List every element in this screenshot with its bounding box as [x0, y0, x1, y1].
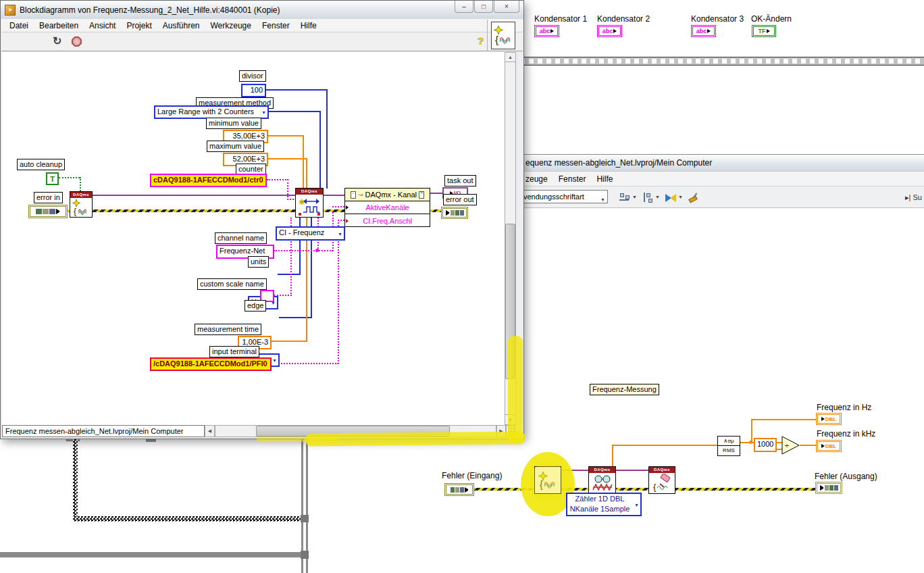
- daqmx-read-node[interactable]: DAQmx: [588, 466, 616, 494]
- align-objects-button[interactable]: [617, 191, 631, 204]
- chevron-down-icon[interactable]: ▼: [655, 195, 660, 199]
- divisor-constant[interactable]: 100: [241, 84, 266, 97]
- int-wire: [326, 89, 328, 189]
- property-row-aktivekanale[interactable]: AktiveKanäle: [345, 201, 430, 214]
- tf-glyph: TF: [759, 28, 766, 34]
- terminal-arrow-icon: [56, 209, 60, 214]
- property-row-cifreq-anschl[interactable]: CI.Freq.Anschl: [345, 214, 430, 227]
- measurement-method-enum[interactable]: Large Range with 2 Counters▼: [154, 105, 269, 119]
- int-wire: [319, 111, 321, 189]
- page-icon: ?!: [419, 191, 424, 199]
- vertical-scroll-thumb[interactable]: [505, 224, 515, 379]
- ci-frequenz-selector[interactable]: CI - Frequenz▼: [276, 226, 345, 241]
- svg-text:{: {: [653, 482, 657, 492]
- maximize-button[interactable]: □: [474, 1, 493, 13]
- scroll-up-button[interactable]: ▲: [505, 52, 516, 62]
- chevron-down-icon[interactable]: ▼: [632, 195, 637, 199]
- counter-string-constant[interactable]: cDAQ9188-1AFECCDMod1/ctr0: [150, 174, 267, 187]
- abc-glyph: abc: [540, 28, 550, 34]
- menu-datei[interactable]: Datei: [4, 21, 34, 30]
- string-wire: [267, 179, 288, 180]
- menu-hilfe[interactable]: Hilfe: [591, 174, 618, 184]
- daqmx-clear-task-node[interactable]: DAQmx {: [648, 466, 675, 494]
- daqmx-property-node[interactable]: ▫ ─o DAQmx - Kanal ?! AktiveKanäle CI.Fr…: [344, 188, 430, 227]
- true-constant[interactable]: T: [46, 172, 59, 185]
- chevron-down-icon: ▼: [261, 108, 266, 117]
- page-icon: ▫: [351, 191, 356, 199]
- scroll-down-button[interactable]: ▼: [505, 414, 516, 425]
- task-out-label: task out: [444, 175, 476, 186]
- cleanup-diagram-button[interactable]: [686, 191, 700, 204]
- menu-fenster[interactable]: Fenster: [257, 21, 295, 30]
- help-button[interactable]: ?: [478, 35, 484, 47]
- minimize-button[interactable]: –: [455, 1, 473, 13]
- terminal-label-kondensator3: Kondensator 3: [691, 14, 744, 24]
- vi-icon-pane[interactable]: {: [491, 22, 515, 49]
- dbl-indicator-hz[interactable]: DBL: [816, 413, 842, 425]
- stop-button[interactable]: [72, 36, 82, 47]
- error-in-constant[interactable]: [28, 205, 68, 218]
- menu-hilfe[interactable]: Hilfe: [295, 21, 322, 30]
- float-wire: [268, 135, 304, 136]
- close-button[interactable]: ×: [494, 1, 519, 13]
- daqmx-create-channel-subvi[interactable]: {: [534, 466, 561, 494]
- search-box-clipped[interactable]: ▸| Su: [905, 193, 922, 202]
- menu-fenster[interactable]: Fenster: [553, 174, 592, 184]
- menu-ansicht[interactable]: Ansicht: [84, 21, 121, 30]
- error-out-terminal[interactable]: [815, 482, 842, 494]
- property-node-title: DAQmx - Kanal: [365, 191, 417, 199]
- menu-ausfuehren[interactable]: Ausführen: [157, 21, 205, 30]
- menu-projekt[interactable]: Projekt: [121, 21, 157, 30]
- structure-junction: [301, 551, 309, 559]
- distribute-objects-button[interactable]: [640, 191, 654, 204]
- chevron-down-icon: ▼: [600, 194, 605, 206]
- string-terminal-kondensator2[interactable]: abc: [597, 25, 622, 37]
- titlebar[interactable]: ➤ Blockdiagramm von Frequenz-Messung_2_N…: [1, 1, 523, 19]
- string-terminal-kondensator1[interactable]: abc: [534, 25, 559, 37]
- run-button[interactable]: ↻: [53, 34, 61, 47]
- boolean-terminal-ok-aendern[interactable]: TF: [752, 25, 776, 37]
- scroll-right-button[interactable]: ▶: [496, 425, 506, 437]
- dbl-indicator-khz[interactable]: DBL: [816, 440, 842, 452]
- font-selector-value: vendungsschriftart: [523, 193, 584, 201]
- row-input-arrow-icon: [346, 219, 349, 223]
- daqmx-clear-icon: {: [649, 473, 675, 493]
- error-wire: [473, 488, 816, 491]
- property-row-label: AktiveKanäle: [365, 203, 409, 211]
- horizontal-scroll-thumb[interactable]: [256, 426, 450, 437]
- menu-bearbeiten[interactable]: Bearbeiten: [34, 21, 84, 30]
- font-selector-combo[interactable]: vendungsschriftart ▼: [520, 190, 608, 203]
- daqmx-create-channel-node[interactable]: DAQmx ✱: [295, 188, 324, 218]
- selector-line2: NKanäle 1Sample: [567, 504, 632, 514]
- float-wire: [268, 158, 307, 159]
- resize-objects-button[interactable]: [663, 191, 677, 204]
- custom-scale-name-label: custom scale name: [197, 278, 267, 290]
- task-wire: [93, 195, 295, 196]
- menu-werkzeuge[interactable]: Werkzeuge: [205, 21, 256, 30]
- context-help-bar[interactable]: Frequenz messen-abgleich_Net.lvproj/Mein…: [2, 425, 205, 437]
- svg-text:✱: ✱: [299, 198, 305, 206]
- daqmx-task-node[interactable]: DAQmx {: [70, 191, 93, 218]
- input-terminal-constant[interactable]: /cDAQ9188-1AFECCDMod1/PFI0: [150, 357, 272, 371]
- property-row-label: CI.Freq.Anschl: [363, 217, 412, 225]
- polymorphic-selector[interactable]: Zähler 1D DBL NKanäle 1Sample ▼: [566, 493, 642, 516]
- divide-node[interactable]: ÷: [781, 436, 800, 457]
- terminal-arrow-icon: [820, 485, 824, 491]
- units-label: units: [248, 256, 269, 268]
- terminal-arrow-icon: [767, 29, 770, 33]
- background-window-titlebar[interactable]: equenz messen-abgleich_Net.lvproj/Mein C…: [517, 154, 924, 172]
- rms-node[interactable]: ∧σμ RMS: [717, 436, 740, 456]
- float-wire: [306, 158, 307, 189]
- daqmx-header: DAQmx: [296, 189, 323, 195]
- float-wire: [271, 341, 307, 342]
- chevron-down-icon[interactable]: ▼: [678, 195, 683, 199]
- dbl-glyph: DBL: [825, 443, 836, 449]
- error-out-terminal[interactable]: [441, 207, 468, 219]
- background-window-title: equenz messen-abgleich_Net.lvproj/Mein C…: [517, 158, 712, 168]
- string-terminal-kondensator3[interactable]: abc: [691, 25, 716, 37]
- constant-1000[interactable]: 1000: [754, 438, 777, 452]
- error-in-terminal[interactable]: [444, 483, 474, 496]
- resize-grip[interactable]: [506, 425, 515, 437]
- scroll-left-button[interactable]: ◀: [205, 425, 215, 437]
- maximum-value-label: maximum value: [207, 141, 264, 152]
